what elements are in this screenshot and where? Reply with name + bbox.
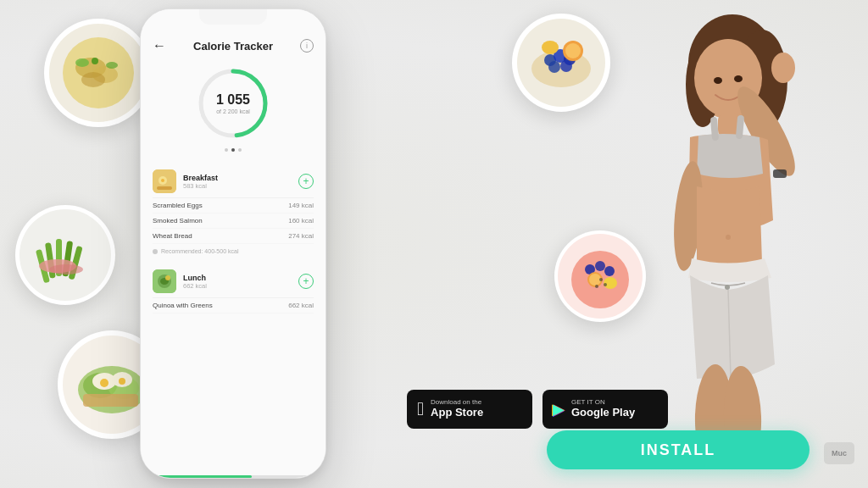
breakfast-thumbnail xyxy=(153,169,176,193)
rec-text: Recommended: 400-500 kcal xyxy=(161,248,238,254)
lunch-name: Lunch xyxy=(183,274,207,282)
food-kcal-quinoa: 662 kcal xyxy=(288,302,314,309)
calorie-ring: 1 055 of 2 200 kcal xyxy=(195,65,271,141)
info-icon: i xyxy=(300,39,314,53)
svg-point-65 xyxy=(771,53,795,83)
svg-point-55 xyxy=(165,275,170,280)
app-store-top-text: Download on the xyxy=(431,399,483,406)
google-play-text: GET IT ON Google Play xyxy=(571,399,635,420)
lunch-thumbnail xyxy=(153,269,176,293)
recommended-label: Recommended: 400-500 kcal xyxy=(153,244,314,258)
app-store-main-text: App Store xyxy=(431,406,483,420)
svg-point-6 xyxy=(106,62,118,69)
food-item-salmon: Smoked Salmon 160 kcal xyxy=(153,214,314,229)
dot-1 xyxy=(225,148,228,152)
phone-mockup: ← Calorie Tracker i 1 055 of 2 200 kcal xyxy=(140,8,326,479)
svg-point-23 xyxy=(119,378,125,385)
svg-point-5 xyxy=(75,58,89,67)
install-button-wrap: INSTALL xyxy=(547,430,810,469)
food-name-salmon: Smoked Salmon xyxy=(153,217,203,225)
svg-point-4 xyxy=(81,72,105,87)
calorie-section: 1 055 of 2 200 kcal xyxy=(153,65,314,152)
food-kcal-salmon: 160 kcal xyxy=(288,217,314,225)
breakfast-kcal: 583 kcal xyxy=(183,182,218,190)
app-store-button[interactable]:  Download on the App Store xyxy=(407,390,532,429)
app-store-text: Download on the App Store xyxy=(431,399,483,420)
calorie-number: 1 055 xyxy=(216,93,250,107)
lunch-header-left: Lunch 662 kcal xyxy=(153,269,207,293)
phone-notch xyxy=(199,9,267,25)
svg-point-7 xyxy=(92,58,98,64)
google-play-main-text: Google Play xyxy=(571,406,635,420)
google-play-icon: ▶ xyxy=(553,402,565,417)
svg-point-62 xyxy=(734,75,743,82)
dot-3 xyxy=(238,148,242,152)
rec-dot xyxy=(153,249,158,254)
calorie-text: 1 055 of 2 200 kcal xyxy=(216,93,250,114)
breakfast-header: Breakfast 583 kcal + xyxy=(153,165,314,198)
food-name-eggs: Scrambled Eggs xyxy=(153,202,203,209)
food-item-quinoa: Quinoa with Greens 662 kcal xyxy=(153,298,314,313)
svg-point-61 xyxy=(714,77,722,84)
back-arrow-icon: ← xyxy=(153,38,166,53)
svg-point-21 xyxy=(100,379,108,387)
lunch-header: Lunch 662 kcal + xyxy=(153,265,314,298)
svg-point-50 xyxy=(161,179,164,182)
food-item-eggs: Scrambled Eggs 149 kcal xyxy=(153,198,314,214)
lunch-add-button[interactable]: + xyxy=(298,274,314,289)
food-kcal-eggs: 149 kcal xyxy=(288,202,314,209)
calorie-sub: of 2 200 kcal xyxy=(216,108,250,114)
dot-2 xyxy=(231,148,235,152)
svg-rect-51 xyxy=(157,186,172,190)
breakfast-info: Breakfast 583 kcal xyxy=(183,174,218,190)
phone-app-title: Calorie Tracker xyxy=(193,40,273,53)
svg-rect-24 xyxy=(83,394,138,407)
lunch-info: Lunch 662 kcal xyxy=(183,274,207,290)
phone-progress-fill xyxy=(141,475,252,478)
phone-frame: ← Calorie Tracker i 1 055 of 2 200 kcal xyxy=(140,8,326,479)
food-plate-asparagus xyxy=(15,205,115,305)
phone-progress-bar xyxy=(141,475,326,478)
google-play-button[interactable]: ▶ GET IT ON Google Play xyxy=(542,390,668,429)
breakfast-add-button[interactable]: + xyxy=(298,174,314,189)
phone-header: ← Calorie Tracker i xyxy=(153,30,314,53)
apple-icon:  xyxy=(417,400,424,419)
lunch-section: Lunch 662 kcal + Quinoa with Greens 662 … xyxy=(153,265,314,313)
svg-point-71 xyxy=(725,285,730,290)
install-button[interactable]: INSTALL xyxy=(547,430,810,469)
svg-point-69 xyxy=(726,235,731,240)
breakfast-header-left: Breakfast 583 kcal xyxy=(153,169,218,193)
phone-screen: ← Calorie Tracker i 1 055 of 2 200 kcal xyxy=(141,9,326,478)
food-plate-pasta xyxy=(44,19,153,127)
food-kcal-bread: 274 kcal xyxy=(288,232,314,240)
install-label: INSTALL xyxy=(641,441,716,459)
lunch-kcal: 662 kcal xyxy=(183,282,207,290)
svg-rect-74 xyxy=(773,169,787,178)
food-name-bread: Wheat Bread xyxy=(153,232,192,240)
food-item-bread: Wheat Bread 274 kcal xyxy=(153,229,314,244)
google-play-top-text: GET IT ON xyxy=(571,399,635,406)
dots-indicator xyxy=(225,148,242,152)
svg-point-15 xyxy=(49,264,83,274)
breakfast-name: Breakfast xyxy=(183,174,218,182)
food-name-quinoa: Quinoa with Greens xyxy=(153,302,213,309)
breakfast-section: Breakfast 583 kcal + Scrambled Eggs 149 … xyxy=(153,165,314,258)
